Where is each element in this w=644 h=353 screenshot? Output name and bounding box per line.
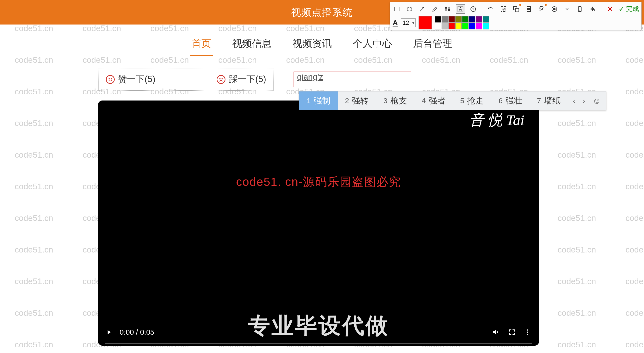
video-player[interactable]: 音 悦 Tai code51. cn-源码乐园盗图必究 专业毕设代做 0:00 … [98,100,539,346]
video-overlay-text: code51. cn-源码乐园盗图必究 [98,174,539,190]
color-swatch[interactable] [435,23,441,30]
svg-point-4 [407,7,412,11]
smile-icon [106,75,115,84]
svg-text:A: A [459,6,462,12]
video-source-logo: 音 悦 Tai [469,110,524,130]
font-size-select[interactable]: 12 [401,18,416,27]
color-swatch[interactable] [462,16,468,22]
svg-rect-8 [448,9,450,11]
svg-point-2 [527,334,528,335]
screenshot-tools-row: A 1 字 ✕ ✓完成 [390,2,641,16]
video-progress-bar[interactable] [105,343,532,344]
ocr-tool-icon[interactable]: 字 [499,5,508,13]
dislike-label: 踩一下(5) [229,73,266,85]
color-swatch[interactable] [442,23,448,30]
like-button[interactable]: 赞一下(5) [106,73,155,85]
ime-candidate-3[interactable]: 3枪支 [376,92,414,110]
svg-rect-7 [445,9,447,11]
screenshot-toolbar: A 1 字 ✕ ✓完成 A 12 [390,2,642,30]
mosaic-tool-icon[interactable] [444,5,452,13]
frown-icon [217,75,226,84]
color-swatch[interactable] [442,16,448,22]
ime-controls: ‹ › ☺ [568,96,606,106]
svg-text:1: 1 [472,7,474,11]
color-swatch[interactable] [435,16,441,22]
nav-home[interactable]: 首页 [190,34,213,56]
color-swatch[interactable] [448,23,455,30]
text-cursor [324,72,324,82]
volume-icon[interactable] [492,328,500,336]
arrow-tool-icon[interactable] [418,5,426,13]
ime-candidate-7[interactable]: 7墙纸 [530,92,568,110]
device-icon[interactable] [576,5,584,13]
screenshot-text-options-row: A 12 [390,16,641,30]
interaction-row: 赞一下(5) 踩一下(5) qiang'z [98,68,644,91]
share-icon[interactable] [588,5,597,13]
dislike-button[interactable]: 踩一下(5) [217,73,266,85]
app-title: 视频点播系统 [291,6,353,19]
counter-tool-icon[interactable]: 1 [469,5,477,13]
play-button[interactable] [105,329,112,336]
download-icon[interactable] [563,5,571,13]
color-swatch[interactable] [448,16,455,22]
color-swatch[interactable] [455,16,462,22]
ime-candidate-5[interactable]: 5抢走 [453,92,491,110]
current-color-swatch[interactable] [418,16,432,30]
nav-video-news[interactable]: 视频资讯 [291,34,334,56]
ime-prev-page[interactable]: ‹ [573,96,576,105]
svg-point-1 [527,332,528,333]
record-icon[interactable] [550,5,558,13]
ime-candidate-bar: 1强制 2强转 3枪支 4强者 5抢走 6强壮 7墙纸 ‹ › ☺ [299,91,606,110]
fullscreen-icon[interactable] [508,328,516,336]
more-icon[interactable] [524,328,532,336]
color-swatch[interactable] [476,23,482,30]
color-swatch[interactable] [476,16,482,22]
color-palette [435,16,496,30]
color-swatch[interactable] [462,23,468,30]
rect-tool-icon[interactable] [392,5,401,13]
undo-icon[interactable] [486,5,495,13]
svg-rect-16 [515,8,519,12]
svg-point-20 [580,10,580,11]
color-swatch[interactable] [455,23,462,30]
translate-tool-icon[interactable] [512,5,520,13]
ime-composing-text: qiang'z [297,72,323,82]
svg-point-0 [527,330,528,331]
like-label: 赞一下(5) [118,73,155,85]
pencil-tool-icon[interactable] [431,5,439,13]
comment-input[interactable]: qiang'z [294,72,411,87]
svg-rect-3 [394,7,399,11]
color-swatch[interactable] [469,23,476,30]
nav-video-info[interactable]: 视频信息 [230,34,274,56]
ime-candidate-6[interactable]: 6强壮 [491,92,530,110]
video-controls: 0:00 / 0:05 [98,319,539,346]
svg-rect-6 [448,6,450,8]
vote-box: 赞一下(5) 踩一下(5) [98,68,274,91]
svg-rect-5 [445,6,447,8]
ime-candidate-2[interactable]: 2强转 [338,92,376,110]
text-tool-icon[interactable]: A [456,5,464,13]
nav-user-center[interactable]: 个人中心 [351,34,394,56]
finish-button[interactable]: ✓完成 [618,5,639,13]
scroll-capture-icon[interactable] [525,5,533,13]
color-swatch[interactable] [483,23,489,30]
ime-candidate-4[interactable]: 4强者 [414,92,453,110]
cancel-icon[interactable]: ✕ [606,5,614,13]
nav-admin[interactable]: 后台管理 [411,34,454,56]
main-nav: 首页 视频信息 视频资讯 个人中心 后台管理 [0,34,644,56]
font-style-icon[interactable]: A [392,19,398,27]
pin-tool-icon[interactable] [538,5,546,13]
check-icon: ✓ [618,5,625,13]
video-time: 0:00 / 0:05 [120,328,154,336]
svg-point-18 [553,8,556,10]
ime-candidate-1[interactable]: 1强制 [299,92,338,110]
svg-text:字: 字 [502,8,505,11]
ime-emoji-button[interactable]: ☺ [592,96,601,106]
ellipse-tool-icon[interactable] [405,5,414,13]
color-swatch[interactable] [483,16,489,22]
color-swatch[interactable] [469,16,476,22]
ime-next-page[interactable]: › [583,96,585,105]
